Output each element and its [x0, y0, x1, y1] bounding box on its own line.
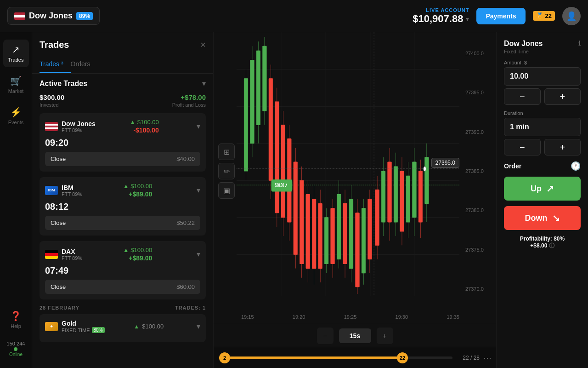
flag-us-icon — [14, 12, 25, 20]
candlestick-tool-button[interactable]: ⊞ — [218, 144, 235, 160]
interval-current: 15s — [339, 328, 371, 343]
trade-instrument-ibm: IBM IBM FTT 89% — [45, 184, 82, 197]
interval-bar: − 15s + — [214, 324, 496, 347]
help-icon: ❓ — [10, 310, 22, 322]
close-dax-button[interactable]: Close $60.00 — [45, 280, 200, 294]
close-val-dax: $60.00 — [176, 283, 195, 290]
svg-rect-14 — [250, 60, 254, 143]
chevron-ibm[interactable]: ▾ — [197, 186, 200, 195]
amount-increase-button[interactable]: + — [544, 88, 581, 105]
draw-tool-button[interactable]: ✏ — [218, 163, 235, 179]
svg-rect-59 — [343, 204, 347, 264]
price-axis: 27400.0 27395.0 27390.0 27385.0 27380.0 … — [462, 32, 496, 296]
progress-track-container: 2 22 — [218, 356, 459, 359]
svg-rect-92 — [413, 162, 417, 218]
chevron-dowjones[interactable]: ▾ — [197, 122, 200, 131]
svg-rect-26 — [275, 102, 279, 213]
chevron-down-icon: ▾ — [466, 15, 469, 23]
panel-tool-button[interactable]: ▣ — [218, 182, 235, 199]
progress-bar-area: 2 22 22 / 28 ⋯ — [214, 347, 496, 368]
trade-time-dax: 07:49 — [45, 265, 200, 276]
trades-panel: Trades × Trades ³ Orders Active Trades ▾… — [32, 32, 214, 368]
close-ibm-button[interactable]: Close $50.22 — [45, 216, 200, 230]
price-label-3: 27390.0 — [465, 129, 492, 135]
instrument-name: Dow Jones — [29, 11, 73, 21]
pnl-label: Profit and Loss — [172, 102, 206, 108]
down-button[interactable]: Down ↘ — [504, 206, 581, 230]
duration-increase-button[interactable]: + — [544, 139, 581, 155]
close-button[interactable]: × — [200, 40, 206, 50]
chevron-dax[interactable]: ▾ — [197, 250, 200, 259]
trades-tabs: Trades ³ Orders — [32, 56, 213, 74]
profitability-info: Profitability: 80% +$8.00 ⓘ — [504, 236, 581, 250]
duration-decrease-button[interactable]: − — [504, 139, 541, 155]
chart-area: ⊞ ✏ ▣ — [214, 32, 496, 368]
close-dowjones-button[interactable]: Close $40.00 — [45, 152, 200, 166]
avatar: 👤 — [562, 7, 581, 25]
tab-orders[interactable]: Orders — [71, 56, 98, 73]
chevron-active-trades[interactable]: ▾ — [202, 79, 206, 88]
up-label: Up — [531, 184, 542, 194]
interval-minus-button[interactable]: − — [317, 328, 334, 344]
active-trades-title: Active Trades — [40, 80, 87, 88]
section-trades-count: TRADES: 1 — [175, 305, 206, 310]
progress-start-dot: 2 — [219, 352, 230, 363]
price-label-7: 27370.0 — [465, 286, 492, 292]
sidebar-item-trades[interactable]: ↗ Trades — [3, 40, 29, 67]
time-label-5: 19:35 — [447, 314, 459, 320]
amount-input[interactable] — [504, 67, 581, 86]
trade-instrument-dowjones: Dow Jones FTT 89% — [45, 120, 96, 133]
price-label-2: 27395.0 — [465, 90, 492, 95]
svg-rect-41 — [306, 194, 310, 268]
svg-rect-65 — [356, 213, 360, 287]
svg-rect-47 — [318, 204, 322, 269]
trade-card-dax: DAX FTT 89% ▲ $100.00 +$89.00 ▾ 07:49 Cl… — [40, 241, 206, 299]
up-button[interactable]: Up ↗ — [504, 177, 581, 201]
info-button[interactable]: ℹ — [578, 40, 581, 47]
online-label: Online — [9, 352, 23, 357]
time-label-2: 19:20 — [293, 314, 305, 320]
amount-label: Amount, $ — [504, 60, 581, 65]
svg-rect-89 — [406, 176, 410, 222]
sidebar-item-market[interactable]: 🛒 Market — [3, 71, 29, 98]
sidebar-item-events[interactable]: ⚡ Events — [3, 102, 29, 130]
right-panel-subtitle: Fixed Time — [504, 49, 543, 54]
duration-value: 1 min — [504, 118, 581, 136]
interval-plus-button[interactable]: + — [377, 328, 393, 344]
progress-end-dot: 22 — [397, 352, 408, 363]
profit-info-icon: ⓘ — [549, 242, 554, 249]
trade-amount-val-dax: ▲ $100.00 — [123, 247, 152, 253]
trade-amount-ibm: ▲ $100.00 +$89.00 — [123, 183, 152, 198]
sidebar-nav: ↗ Trades 🛒 Market ⚡ Events ❓ Help 150 24… — [0, 32, 32, 368]
trades-icon: ↗ — [12, 44, 20, 55]
svg-rect-50 — [324, 218, 328, 264]
time-label-4: 19:30 — [396, 314, 408, 320]
svg-rect-11 — [244, 79, 248, 171]
payments-button[interactable]: Payments — [476, 8, 525, 24]
up-arrow-icon: ↗ — [546, 183, 554, 194]
instrument-selector[interactable]: Dow Jones 89% — [7, 7, 100, 25]
svg-rect-83 — [394, 167, 398, 222]
svg-text:$10.00 ↗: $10.00 ↗ — [275, 182, 288, 189]
online-count: 150 244 — [7, 341, 25, 346]
close-val-dowjones: $40.00 — [176, 155, 195, 162]
svg-rect-44 — [312, 199, 316, 269]
chevron-gold[interactable]: ▾ — [197, 322, 200, 331]
amount-decrease-button[interactable]: − — [504, 88, 541, 105]
svg-rect-62 — [349, 199, 353, 269]
online-dot — [14, 347, 17, 351]
svg-rect-29 — [281, 125, 285, 217]
progress-counter: 22 / 28 — [463, 355, 480, 361]
amount-section: Amount, $ − + — [504, 60, 581, 105]
sidebar-item-help[interactable]: ❓ Help — [3, 306, 29, 334]
tab-trades[interactable]: Trades ³ — [40, 56, 71, 73]
trade-pnl-dax: +$89.00 — [129, 254, 152, 262]
right-panel-title: Dow Jones — [504, 40, 543, 48]
time-label-3: 19:25 — [344, 314, 357, 320]
price-label-1: 27400.0 — [465, 51, 492, 56]
trades-summary: $300.00 Invested +$78.00 Profit and Loss — [40, 93, 206, 108]
progress-more-button[interactable]: ⋯ — [483, 353, 492, 363]
amount-stepper-row: − + — [504, 88, 581, 105]
trade-card-ibm: IBM IBM FTT 89% ▲ $100.00 +$89.00 ▾ 08:1… — [40, 177, 206, 236]
live-account[interactable]: LIVE ACCOUNT $10,907.88 ▾ — [413, 7, 469, 25]
